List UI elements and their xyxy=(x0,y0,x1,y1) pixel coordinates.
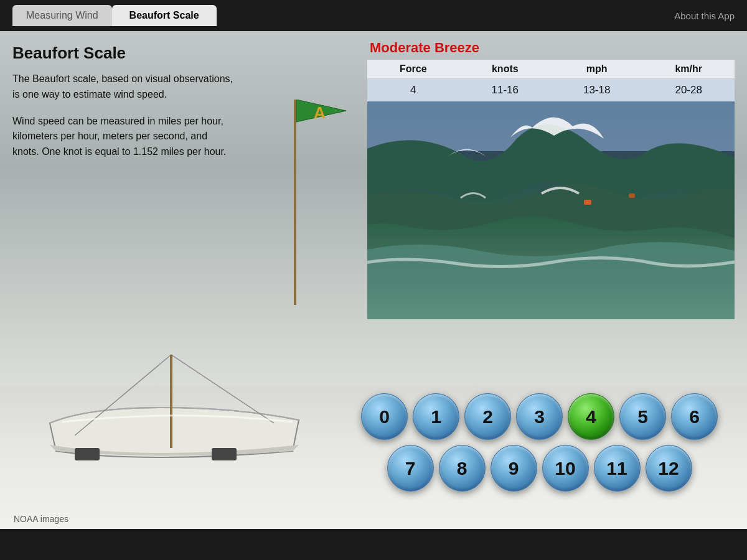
col-force: Force xyxy=(367,60,459,79)
number-btn-5[interactable]: 5 xyxy=(619,393,666,440)
cell-knots: 11-16 xyxy=(459,79,551,102)
main-content: Beaufort Scale The Beaufort scale, based… xyxy=(0,31,747,529)
bottom-bar xyxy=(0,529,747,560)
flag: A xyxy=(296,100,346,143)
tab-beaufort-scale[interactable]: Beaufort Scale xyxy=(112,5,217,26)
app-container: Measuring Wind Beaufort Scale About this… xyxy=(0,0,747,560)
svg-rect-6 xyxy=(75,448,100,460)
number-btn-3[interactable]: 3 xyxy=(516,393,563,440)
cell-force: 4 xyxy=(367,79,459,102)
wave-image xyxy=(367,101,735,319)
number-btn-6[interactable]: 6 xyxy=(671,393,718,440)
col-knots: knots xyxy=(459,60,551,79)
svg-text:A: A xyxy=(314,103,326,122)
description-text-2: Wind speed can be measured in miles per … xyxy=(12,114,237,160)
cell-kmhr: 20-28 xyxy=(642,79,735,102)
number-btn-1[interactable]: 1 xyxy=(413,393,459,440)
tab-measuring-wind[interactable]: Measuring Wind xyxy=(12,5,112,26)
boat xyxy=(37,348,317,485)
noaa-label: NOAA images xyxy=(14,514,68,524)
left-panel: Beaufort Scale The Beaufort scale, based… xyxy=(12,44,237,160)
number-buttons-container: 0123456 789101112 xyxy=(361,393,718,492)
data-table: Force knots mph km/hr 4 11-16 13-18 20-2… xyxy=(367,60,735,101)
col-kmhr: km/hr xyxy=(642,60,735,79)
svg-rect-11 xyxy=(629,194,635,198)
nav-tabs: Measuring Wind Beaufort Scale xyxy=(12,5,217,26)
number-row-1: 0123456 xyxy=(361,393,718,440)
col-mph: mph xyxy=(551,60,642,79)
svg-rect-7 xyxy=(212,448,237,460)
wind-type-label: Moderate Breeze xyxy=(367,40,735,56)
page-title: Beaufort Scale xyxy=(12,44,237,63)
number-btn-7[interactable]: 7 xyxy=(387,445,434,492)
number-btn-10[interactable]: 10 xyxy=(542,445,589,492)
cell-mph: 13-18 xyxy=(551,79,642,102)
top-bar: Measuring Wind Beaufort Scale About this… xyxy=(0,0,747,31)
number-btn-9[interactable]: 9 xyxy=(491,445,537,492)
about-link[interactable]: About this App xyxy=(674,11,735,21)
svg-rect-10 xyxy=(584,200,591,205)
number-btn-8[interactable]: 8 xyxy=(439,445,486,492)
right-panel: Moderate Breeze Force knots mph km/hr 4 … xyxy=(367,40,735,319)
number-row-2: 789101112 xyxy=(387,445,692,492)
description-text-1: The Beaufort scale, based on visual obse… xyxy=(12,72,237,103)
number-btn-11[interactable]: 11 xyxy=(594,445,641,492)
number-btn-0[interactable]: 0 xyxy=(361,393,408,440)
number-btn-4[interactable]: 4 xyxy=(568,393,614,440)
number-btn-12[interactable]: 12 xyxy=(646,445,692,492)
number-btn-2[interactable]: 2 xyxy=(464,393,511,440)
